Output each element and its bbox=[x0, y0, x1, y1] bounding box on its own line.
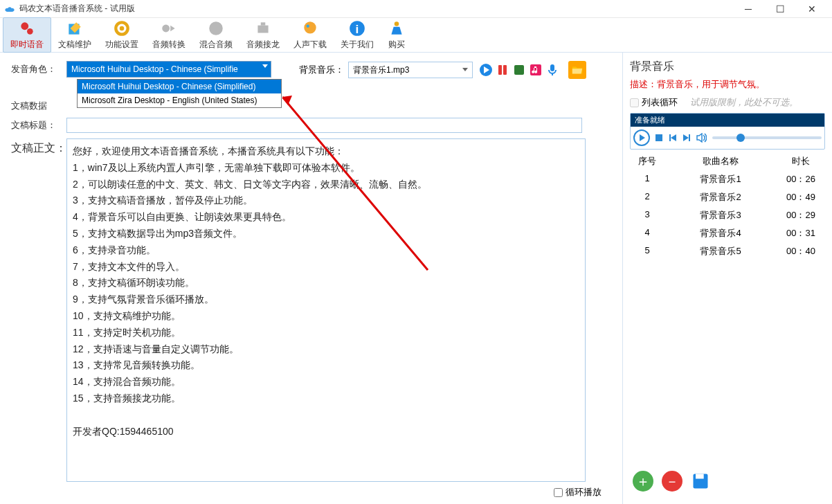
svg-rect-7 bbox=[257, 26, 268, 33]
voice-option-zira[interactable]: Microsoft Zira Desktop - English (United… bbox=[78, 93, 281, 107]
svg-point-13 bbox=[395, 21, 399, 26]
svg-point-0 bbox=[21, 22, 28, 30]
svg-rect-19 bbox=[550, 64, 554, 71]
svg-point-1 bbox=[27, 28, 33, 35]
toolbar-mix-audio[interactable]: 混合音频 bbox=[192, 18, 239, 52]
player-status: 准备就绪 bbox=[631, 114, 824, 127]
stop-button[interactable] bbox=[512, 62, 527, 78]
svg-point-9 bbox=[304, 21, 316, 33]
svg-rect-23 bbox=[655, 134, 662, 141]
svg-point-6 bbox=[209, 21, 223, 35]
gears-icon bbox=[18, 19, 36, 37]
buy-icon bbox=[388, 19, 406, 37]
window-title: 码农文本语音播音系统 - 试用版 bbox=[19, 3, 732, 15]
track-row[interactable]: 3背景音乐300：29 bbox=[630, 206, 825, 224]
seek-thumb[interactable] bbox=[736, 134, 745, 142]
doc-data-label: 文稿数据 bbox=[11, 100, 66, 112]
track-row[interactable]: 2背景音乐200：49 bbox=[630, 188, 825, 206]
svg-text:i: i bbox=[356, 22, 359, 36]
doc-title-label: 文稿标题： bbox=[11, 119, 66, 132]
voice-role-dropdown[interactable]: Microsoft Huihui Desktop - Chinese (Simp… bbox=[77, 79, 282, 108]
player-seek-bar[interactable] bbox=[712, 136, 822, 139]
player-volume-button[interactable] bbox=[696, 133, 707, 143]
toolbar-settings[interactable]: 功能设置 bbox=[98, 18, 145, 52]
svg-rect-15 bbox=[498, 65, 502, 75]
loop-playback-checkbox[interactable]: 循环播放 bbox=[554, 486, 602, 498]
toolbar-audio-relay[interactable]: 音频接龙 bbox=[239, 18, 287, 52]
minimize-button[interactable]: ─ bbox=[732, 0, 764, 18]
bg-music-title: 背景音乐 bbox=[630, 60, 825, 74]
right-panel: 背景音乐 描述：背景音乐，用于调节气氛。 列表循环 试用版限制，此处不可选。 准… bbox=[622, 53, 832, 504]
svg-rect-25 bbox=[696, 474, 704, 479]
toolbar-audio-convert[interactable]: 音频转换 bbox=[145, 18, 192, 52]
folder-open-icon bbox=[571, 64, 584, 76]
mix-icon bbox=[207, 19, 225, 37]
convert-icon bbox=[160, 19, 178, 37]
voice-option-huihui[interactable]: Microsoft Huihui Desktop - Chinese (Simp… bbox=[78, 80, 281, 93]
chevron-down-icon bbox=[462, 68, 468, 71]
pause-button[interactable] bbox=[495, 62, 510, 78]
track-row[interactable]: 1背景音乐100：26 bbox=[630, 170, 825, 188]
svg-point-10 bbox=[307, 25, 309, 28]
titlebar: 码农文本语音播音系统 - 试用版 ─ ☐ ✕ bbox=[0, 0, 832, 18]
svg-rect-8 bbox=[261, 22, 266, 25]
svg-rect-17 bbox=[514, 65, 524, 75]
track-row[interactable]: 4背景音乐400：31 bbox=[630, 224, 825, 242]
gear-icon bbox=[113, 19, 131, 37]
svg-rect-18 bbox=[530, 64, 541, 75]
player-prev-button[interactable] bbox=[668, 133, 678, 143]
relay-icon bbox=[254, 19, 272, 37]
left-panel: 发音角色： Microsoft Huihui Desktop - Chinese… bbox=[0, 53, 622, 504]
mini-player: 准备就绪 bbox=[630, 113, 825, 150]
player-play-button[interactable] bbox=[633, 129, 650, 146]
info-icon: i bbox=[348, 19, 366, 37]
edit-icon bbox=[66, 19, 84, 37]
player-next-button[interactable] bbox=[682, 133, 691, 143]
toolbar-buy[interactable]: 购买 bbox=[381, 18, 413, 52]
mic-button[interactable] bbox=[545, 62, 560, 78]
toolbar-doc-maintain[interactable]: 文稿维护 bbox=[51, 18, 98, 52]
toolbar-realtime-voice[interactable]: 即时语音 bbox=[3, 17, 51, 53]
bg-music-combo[interactable]: 背景音乐1.mp3 bbox=[348, 62, 473, 78]
bg-music-desc: 描述：背景音乐，用于调节气氛。 bbox=[630, 78, 825, 91]
player-stop-button[interactable] bbox=[655, 134, 662, 141]
toolbar-about[interactable]: i 关于我们 bbox=[334, 18, 381, 52]
list-loop-checkbox bbox=[630, 98, 639, 107]
chevron-down-icon bbox=[262, 64, 268, 68]
bg-music-label: 背景音乐： bbox=[299, 64, 344, 76]
track-row[interactable]: 5背景音乐500：40 bbox=[630, 242, 825, 260]
save-list-button[interactable] bbox=[691, 471, 710, 491]
svg-rect-16 bbox=[503, 65, 507, 75]
maximize-button[interactable]: ☐ bbox=[764, 0, 796, 18]
close-button[interactable]: ✕ bbox=[796, 0, 828, 18]
voice-role-label: 发音角色： bbox=[11, 63, 66, 75]
app-icon bbox=[4, 3, 15, 15]
music-note-button[interactable] bbox=[528, 62, 543, 78]
play-button[interactable] bbox=[478, 62, 494, 78]
voice-role-combo[interactable]: Microsoft Huihui Desktop - Chinese (Simp… bbox=[66, 61, 271, 78]
doc-title-input[interactable] bbox=[66, 118, 582, 133]
track-table: 序号 歌曲名称 时长 1背景音乐100：26 2背景音乐200：49 3背景音乐… bbox=[630, 152, 825, 465]
main-toolbar: 即时语音 文稿维护 功能设置 音频转换 混合音频 音频接龙 人声下载 i 关于我… bbox=[0, 18, 832, 53]
svg-point-4 bbox=[120, 26, 125, 31]
doc-body-label: 文稿正文： bbox=[11, 138, 66, 482]
open-folder-button[interactable] bbox=[568, 61, 586, 79]
trial-hint: 试用版限制，此处不可选。 bbox=[690, 96, 798, 109]
svg-point-5 bbox=[162, 25, 170, 33]
remove-track-button[interactable]: － bbox=[662, 471, 682, 492]
toolbar-voice-download[interactable]: 人声下载 bbox=[287, 18, 334, 52]
add-track-button[interactable]: ＋ bbox=[633, 471, 653, 492]
doc-body-textarea[interactable] bbox=[66, 138, 586, 482]
download-icon bbox=[301, 19, 319, 37]
